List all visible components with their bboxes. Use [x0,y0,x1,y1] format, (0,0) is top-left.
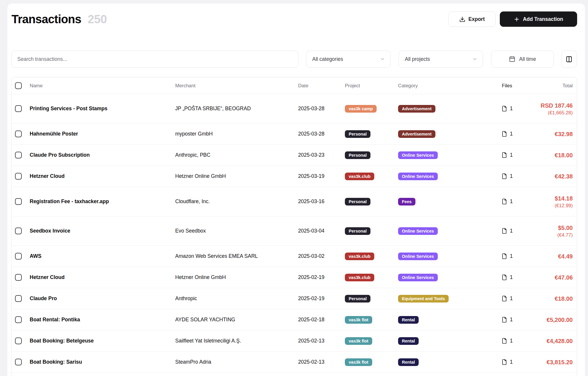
category-badge[interactable]: Online Services [398,173,438,180]
row-checkbox[interactable] [15,337,22,344]
transaction-merchant: JP „POŠTA SRBIJE“, BEOGRAD [175,106,298,112]
export-button[interactable]: Export [448,11,496,27]
search-box[interactable] [11,51,298,68]
files-cell: 1 [487,228,527,234]
category-badge[interactable]: Online Services [398,227,438,235]
file-icon [501,106,507,112]
project-badge[interactable]: Personal [345,151,370,159]
transaction-merchant: Hetzner Online GmbH [175,173,298,179]
table-row[interactable]: Boat Booking: Betelgeuse Sailfleet Yat I… [11,330,577,351]
add-transaction-button[interactable]: Add Transaction [500,11,577,27]
transaction-name: Hetzner Cloud [30,274,175,280]
row-checkbox[interactable] [15,152,22,158]
filter-bar: All categories All projects All time [11,51,577,68]
table-row[interactable]: Hetzner Cloud Hetzner Online GmbH 2025-0… [11,166,577,187]
transaction-total: €4.49 [527,253,577,260]
transaction-name: Claude Pro [30,295,175,302]
row-checkbox[interactable] [15,173,22,180]
total-amount: €18.00 [555,295,573,303]
table-row[interactable]: AWS Amazon Web Services EMEA SARL 2025-0… [11,245,577,267]
transaction-date: 2025-02-19 [298,295,345,302]
file-count: 1 [510,173,513,179]
table-row[interactable]: Boat Booking: Sarisu SteamPro Adria 2025… [11,351,577,372]
transaction-merchant: Sailfleet Yat Isletmeciligi A.Ş. [175,338,298,344]
files-cell: 1 [487,359,527,365]
page-header: Transactions 250 Export Add Transaction [11,11,577,27]
projects-filter[interactable]: All projects [399,51,483,68]
file-count: 1 [510,274,513,280]
categories-filter[interactable]: All categories [306,51,391,68]
row-checkbox[interactable] [15,131,22,137]
category-badge[interactable]: Rental [398,316,419,324]
files-cell: 1 [487,338,527,344]
search-input[interactable] [17,56,292,62]
table-row[interactable]: Seedbox Invoice Evo Seedbox 2025-03-04 P… [11,216,577,245]
transaction-name: Hahnemühle Poster [30,131,175,137]
row-checkbox[interactable] [15,316,22,323]
file-icon [501,338,507,344]
category-badge[interactable]: Fees [398,198,415,205]
transactions-table: Name Merchant Date Project Category File… [11,77,577,376]
row-checkbox[interactable] [15,253,22,260]
table-row[interactable]: Claude Pro Subscription Anthropic, PBC 2… [11,144,577,166]
row-checkbox[interactable] [15,105,22,112]
transaction-name: Printing Services - Post Stamps [30,106,175,112]
row-checkbox[interactable] [15,228,22,234]
transaction-total: €3,815.20 [527,358,577,366]
project-badge[interactable]: vas3k.club [345,274,374,281]
select-all-checkbox[interactable] [15,82,22,89]
project-badge[interactable]: vas3k.club [345,173,374,180]
total-amount-secondary: (€1,665.28) [548,110,573,116]
table-row[interactable]: Hahnemühle Poster myposter GmbH 2025-03-… [11,123,577,144]
category-badge[interactable]: Rental [398,358,419,366]
file-count: 1 [510,152,513,158]
transaction-date: 2025-02-13 [298,338,345,344]
category-badge[interactable]: Online Services [398,274,438,281]
category-badge[interactable]: Advertisement [398,105,435,113]
row-checkbox[interactable] [15,295,22,302]
project-badge[interactable]: vas3k flot [345,316,372,324]
transaction-merchant: Cloudflare, Inc. [175,198,298,205]
project-badge[interactable]: vas3k flot [345,358,372,366]
transaction-date: 2025-03-28 [298,106,345,112]
project-badge[interactable]: vas3k flot [345,337,372,345]
header-category: Category [398,83,487,88]
transaction-merchant: Amazon Web Services EMEA SARL [175,253,298,259]
project-badge[interactable]: Personal [345,198,370,205]
category-badge[interactable]: Online Services [398,253,438,260]
table-row[interactable]: Claude Pro Anthropic 2025-02-19 Personal… [11,288,577,309]
project-badge[interactable]: vas3k camp [345,105,377,113]
header-project: Project [345,83,398,88]
table-row[interactable]: Printing Services - Post Stamps JP „POŠT… [11,94,577,123]
transaction-name: Boat Rental: Pontika [30,317,175,323]
transaction-total: €18.00 [527,295,577,303]
table-row[interactable]: Hetzner Cloud Hetzner Online GmbH 2025-0… [11,267,577,288]
files-cell: 1 [487,106,527,112]
column-visibility-button[interactable] [561,51,577,68]
row-checkbox[interactable] [15,198,22,205]
row-checkbox[interactable] [15,359,22,365]
date-range-filter[interactable]: All time [491,51,554,68]
category-badge[interactable]: Online Services [398,151,438,159]
transaction-date: 2025-03-19 [298,173,345,179]
file-icon [501,274,507,280]
row-checkbox[interactable] [15,274,22,281]
header-merchant: Merchant [175,83,298,88]
transaction-date: 2025-02-19 [298,274,345,280]
file-count: 1 [510,106,513,112]
project-badge[interactable]: Personal [345,130,370,138]
total-amount-secondary: (€4.77) [557,232,573,238]
category-badge[interactable]: Equipment and Tools [398,295,449,303]
category-badge[interactable]: Advertisement [398,130,435,138]
table-row[interactable]: Boat Rental: Pontika AYDE SOLAR YACHTING… [11,309,577,330]
transaction-name: Claude Pro Subscription [30,152,175,158]
transaction-merchant: Anthropic [175,295,298,302]
project-badge[interactable]: vas3k.club [345,253,374,260]
project-badge[interactable]: Personal [345,295,370,303]
transaction-merchant: Anthropic, PBC [175,152,298,158]
project-badge[interactable]: Personal [345,227,370,235]
file-count: 1 [510,198,513,205]
table-row[interactable]: Registration Fee - taxhacker.app Cloudfl… [11,187,577,216]
header-name: Name [30,83,175,88]
category-badge[interactable]: Rental [398,337,419,345]
